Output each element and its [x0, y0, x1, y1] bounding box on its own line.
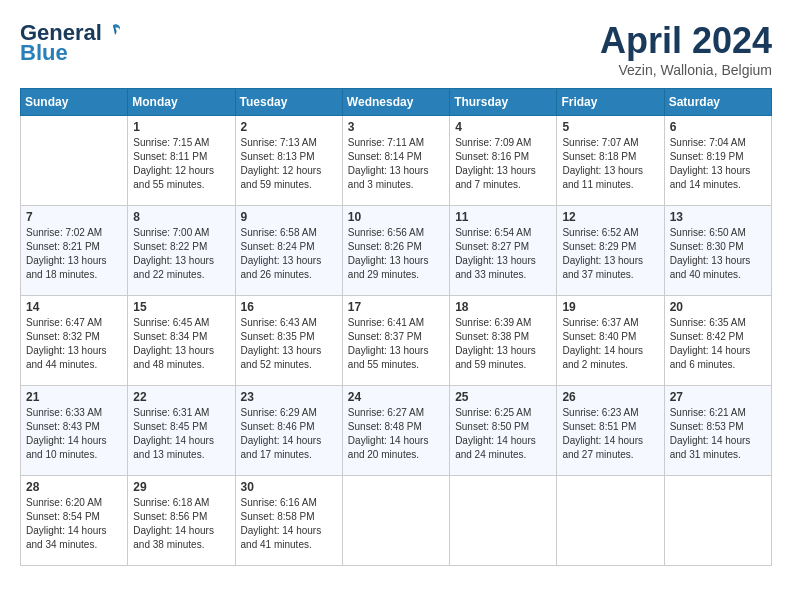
cell-info: Sunrise: 6:45 AMSunset: 8:34 PMDaylight:…	[133, 316, 229, 372]
calendar-cell: 17Sunrise: 6:41 AMSunset: 8:37 PMDayligh…	[342, 296, 449, 386]
calendar-cell: 3Sunrise: 7:11 AMSunset: 8:14 PMDaylight…	[342, 116, 449, 206]
calendar-cell: 20Sunrise: 6:35 AMSunset: 8:42 PMDayligh…	[664, 296, 771, 386]
calendar-cell: 7Sunrise: 7:02 AMSunset: 8:21 PMDaylight…	[21, 206, 128, 296]
calendar-cell: 28Sunrise: 6:20 AMSunset: 8:54 PMDayligh…	[21, 476, 128, 566]
cell-info: Sunrise: 6:47 AMSunset: 8:32 PMDaylight:…	[26, 316, 122, 372]
cell-info: Sunrise: 6:20 AMSunset: 8:54 PMDaylight:…	[26, 496, 122, 552]
calendar-cell	[450, 476, 557, 566]
day-number: 16	[241, 300, 337, 314]
day-number: 22	[133, 390, 229, 404]
calendar-week-row-1: 1Sunrise: 7:15 AMSunset: 8:11 PMDaylight…	[21, 116, 772, 206]
calendar-header-monday: Monday	[128, 89, 235, 116]
calendar-cell: 4Sunrise: 7:09 AMSunset: 8:16 PMDaylight…	[450, 116, 557, 206]
calendar-cell: 8Sunrise: 7:00 AMSunset: 8:22 PMDaylight…	[128, 206, 235, 296]
cell-info: Sunrise: 7:00 AMSunset: 8:22 PMDaylight:…	[133, 226, 229, 282]
logo-bird-icon	[104, 22, 122, 40]
calendar-header-wednesday: Wednesday	[342, 89, 449, 116]
calendar-cell	[557, 476, 664, 566]
cell-info: Sunrise: 6:31 AMSunset: 8:45 PMDaylight:…	[133, 406, 229, 462]
day-number: 2	[241, 120, 337, 134]
calendar-cell: 22Sunrise: 6:31 AMSunset: 8:45 PMDayligh…	[128, 386, 235, 476]
day-number: 7	[26, 210, 122, 224]
cell-info: Sunrise: 6:29 AMSunset: 8:46 PMDaylight:…	[241, 406, 337, 462]
cell-info: Sunrise: 6:50 AMSunset: 8:30 PMDaylight:…	[670, 226, 766, 282]
calendar-header-sunday: Sunday	[21, 89, 128, 116]
day-number: 6	[670, 120, 766, 134]
day-number: 30	[241, 480, 337, 494]
calendar-cell: 15Sunrise: 6:45 AMSunset: 8:34 PMDayligh…	[128, 296, 235, 386]
cell-info: Sunrise: 6:54 AMSunset: 8:27 PMDaylight:…	[455, 226, 551, 282]
calendar-week-row-2: 7Sunrise: 7:02 AMSunset: 8:21 PMDaylight…	[21, 206, 772, 296]
calendar-cell: 1Sunrise: 7:15 AMSunset: 8:11 PMDaylight…	[128, 116, 235, 206]
calendar-header-row: SundayMondayTuesdayWednesdayThursdayFrid…	[21, 89, 772, 116]
calendar-cell	[664, 476, 771, 566]
calendar-cell: 10Sunrise: 6:56 AMSunset: 8:26 PMDayligh…	[342, 206, 449, 296]
day-number: 29	[133, 480, 229, 494]
cell-info: Sunrise: 6:41 AMSunset: 8:37 PMDaylight:…	[348, 316, 444, 372]
cell-info: Sunrise: 6:33 AMSunset: 8:43 PMDaylight:…	[26, 406, 122, 462]
cell-info: Sunrise: 6:56 AMSunset: 8:26 PMDaylight:…	[348, 226, 444, 282]
cell-info: Sunrise: 6:21 AMSunset: 8:53 PMDaylight:…	[670, 406, 766, 462]
calendar-header-thursday: Thursday	[450, 89, 557, 116]
day-number: 17	[348, 300, 444, 314]
day-number: 24	[348, 390, 444, 404]
day-number: 12	[562, 210, 658, 224]
calendar-cell: 27Sunrise: 6:21 AMSunset: 8:53 PMDayligh…	[664, 386, 771, 476]
cell-info: Sunrise: 6:52 AMSunset: 8:29 PMDaylight:…	[562, 226, 658, 282]
day-number: 11	[455, 210, 551, 224]
day-number: 3	[348, 120, 444, 134]
cell-info: Sunrise: 6:37 AMSunset: 8:40 PMDaylight:…	[562, 316, 658, 372]
calendar-cell: 5Sunrise: 7:07 AMSunset: 8:18 PMDaylight…	[557, 116, 664, 206]
page-header: General Blue April 2024 Vezin, Wallonia,…	[20, 20, 772, 78]
cell-info: Sunrise: 7:11 AMSunset: 8:14 PMDaylight:…	[348, 136, 444, 192]
cell-info: Sunrise: 6:25 AMSunset: 8:50 PMDaylight:…	[455, 406, 551, 462]
calendar-cell: 9Sunrise: 6:58 AMSunset: 8:24 PMDaylight…	[235, 206, 342, 296]
cell-info: Sunrise: 6:58 AMSunset: 8:24 PMDaylight:…	[241, 226, 337, 282]
calendar-table: SundayMondayTuesdayWednesdayThursdayFrid…	[20, 88, 772, 566]
title-section: April 2024 Vezin, Wallonia, Belgium	[600, 20, 772, 78]
day-number: 26	[562, 390, 658, 404]
cell-info: Sunrise: 6:35 AMSunset: 8:42 PMDaylight:…	[670, 316, 766, 372]
calendar-cell: 11Sunrise: 6:54 AMSunset: 8:27 PMDayligh…	[450, 206, 557, 296]
calendar-cell: 18Sunrise: 6:39 AMSunset: 8:38 PMDayligh…	[450, 296, 557, 386]
cell-info: Sunrise: 6:16 AMSunset: 8:58 PMDaylight:…	[241, 496, 337, 552]
calendar-cell: 25Sunrise: 6:25 AMSunset: 8:50 PMDayligh…	[450, 386, 557, 476]
logo-blue-text: Blue	[20, 40, 68, 66]
day-number: 19	[562, 300, 658, 314]
day-number: 1	[133, 120, 229, 134]
cell-info: Sunrise: 6:27 AMSunset: 8:48 PMDaylight:…	[348, 406, 444, 462]
day-number: 25	[455, 390, 551, 404]
day-number: 5	[562, 120, 658, 134]
calendar-header-tuesday: Tuesday	[235, 89, 342, 116]
day-number: 15	[133, 300, 229, 314]
calendar-cell: 2Sunrise: 7:13 AMSunset: 8:13 PMDaylight…	[235, 116, 342, 206]
calendar-week-row-3: 14Sunrise: 6:47 AMSunset: 8:32 PMDayligh…	[21, 296, 772, 386]
day-number: 10	[348, 210, 444, 224]
day-number: 20	[670, 300, 766, 314]
calendar-cell	[21, 116, 128, 206]
cell-info: Sunrise: 7:02 AMSunset: 8:21 PMDaylight:…	[26, 226, 122, 282]
calendar-cell: 19Sunrise: 6:37 AMSunset: 8:40 PMDayligh…	[557, 296, 664, 386]
day-number: 18	[455, 300, 551, 314]
calendar-cell: 21Sunrise: 6:33 AMSunset: 8:43 PMDayligh…	[21, 386, 128, 476]
cell-info: Sunrise: 6:43 AMSunset: 8:35 PMDaylight:…	[241, 316, 337, 372]
calendar-cell: 13Sunrise: 6:50 AMSunset: 8:30 PMDayligh…	[664, 206, 771, 296]
day-number: 27	[670, 390, 766, 404]
cell-info: Sunrise: 7:09 AMSunset: 8:16 PMDaylight:…	[455, 136, 551, 192]
calendar-header-saturday: Saturday	[664, 89, 771, 116]
day-number: 23	[241, 390, 337, 404]
day-number: 21	[26, 390, 122, 404]
day-number: 9	[241, 210, 337, 224]
calendar-cell: 16Sunrise: 6:43 AMSunset: 8:35 PMDayligh…	[235, 296, 342, 386]
calendar-cell: 6Sunrise: 7:04 AMSunset: 8:19 PMDaylight…	[664, 116, 771, 206]
day-number: 13	[670, 210, 766, 224]
cell-info: Sunrise: 6:39 AMSunset: 8:38 PMDaylight:…	[455, 316, 551, 372]
calendar-week-row-5: 28Sunrise: 6:20 AMSunset: 8:54 PMDayligh…	[21, 476, 772, 566]
calendar-cell: 14Sunrise: 6:47 AMSunset: 8:32 PMDayligh…	[21, 296, 128, 386]
calendar-cell: 23Sunrise: 6:29 AMSunset: 8:46 PMDayligh…	[235, 386, 342, 476]
calendar-cell	[342, 476, 449, 566]
day-number: 14	[26, 300, 122, 314]
cell-info: Sunrise: 7:13 AMSunset: 8:13 PMDaylight:…	[241, 136, 337, 192]
calendar-cell: 12Sunrise: 6:52 AMSunset: 8:29 PMDayligh…	[557, 206, 664, 296]
location-subtitle: Vezin, Wallonia, Belgium	[600, 62, 772, 78]
